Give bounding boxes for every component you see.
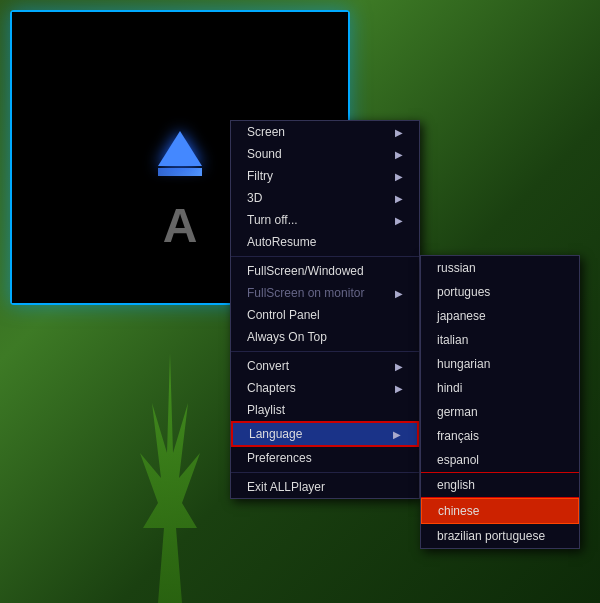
lang-japanese[interactable]: japanese — [421, 304, 579, 328]
lang-francais[interactable]: français — [421, 424, 579, 448]
menu-item-always-on-top[interactable]: Always On Top — [231, 326, 419, 348]
menu-item-screen[interactable]: Screen ▶ — [231, 121, 419, 143]
arrow-icon: ▶ — [395, 361, 403, 372]
menu-separator — [231, 472, 419, 473]
menu-item-convert[interactable]: Convert ▶ — [231, 355, 419, 377]
lang-hungarian[interactable]: hungarian — [421, 352, 579, 376]
lang-italian[interactable]: italian — [421, 328, 579, 352]
menu-item-filtry[interactable]: Filtry ▶ — [231, 165, 419, 187]
lang-english[interactable]: english — [421, 472, 579, 498]
menu-separator — [231, 351, 419, 352]
arrow-icon: ▶ — [395, 215, 403, 226]
lang-russian[interactable]: russian — [421, 256, 579, 280]
arrow-icon: ▶ — [395, 171, 403, 182]
context-menu: Screen ▶ Sound ▶ Filtry ▶ 3D ▶ Turn off.… — [230, 120, 420, 499]
menu-item-control-panel[interactable]: Control Panel — [231, 304, 419, 326]
menu-item-playlist[interactable]: Playlist — [231, 399, 419, 421]
arrow-icon: ▶ — [395, 383, 403, 394]
menu-item-turnoff[interactable]: Turn off... ▶ — [231, 209, 419, 231]
arrow-icon: ▶ — [395, 149, 403, 160]
language-submenu: russian portugues japanese italian hunga… — [420, 255, 580, 549]
lang-hindi[interactable]: hindi — [421, 376, 579, 400]
menu-item-fullscreen-monitor[interactable]: FullScreen on monitor ▶ — [231, 282, 419, 304]
lang-brazilian-portuguese[interactable]: brazilian portuguese — [421, 524, 579, 548]
arrow-icon: ▶ — [395, 288, 403, 299]
arrow-icon: ▶ — [395, 193, 403, 204]
player-triangle-icon — [158, 131, 202, 166]
menu-item-preferences[interactable]: Preferences — [231, 447, 419, 469]
menu-item-chapters[interactable]: Chapters ▶ — [231, 377, 419, 399]
menu-item-autoresume[interactable]: AutoResume — [231, 231, 419, 253]
menu-item-3d[interactable]: 3D ▶ — [231, 187, 419, 209]
menu-item-fullscreen-windowed[interactable]: FullScreen/Windowed — [231, 260, 419, 282]
lang-chinese[interactable]: chinese — [421, 498, 579, 524]
player-logo — [158, 131, 202, 176]
menu-separator — [231, 256, 419, 257]
lang-espanol[interactable]: espanol — [421, 448, 579, 472]
lang-portugues[interactable]: portugues — [421, 280, 579, 304]
arrow-icon: ▶ — [393, 429, 401, 440]
menu-item-sound[interactable]: Sound ▶ — [231, 143, 419, 165]
menu-item-exit[interactable]: Exit ALLPlayer — [231, 476, 419, 498]
player-letter: A — [163, 198, 198, 253]
arrow-icon: ▶ — [395, 127, 403, 138]
menu-item-language[interactable]: Language ▶ — [231, 421, 419, 447]
lang-german[interactable]: german — [421, 400, 579, 424]
player-bar — [158, 168, 202, 176]
